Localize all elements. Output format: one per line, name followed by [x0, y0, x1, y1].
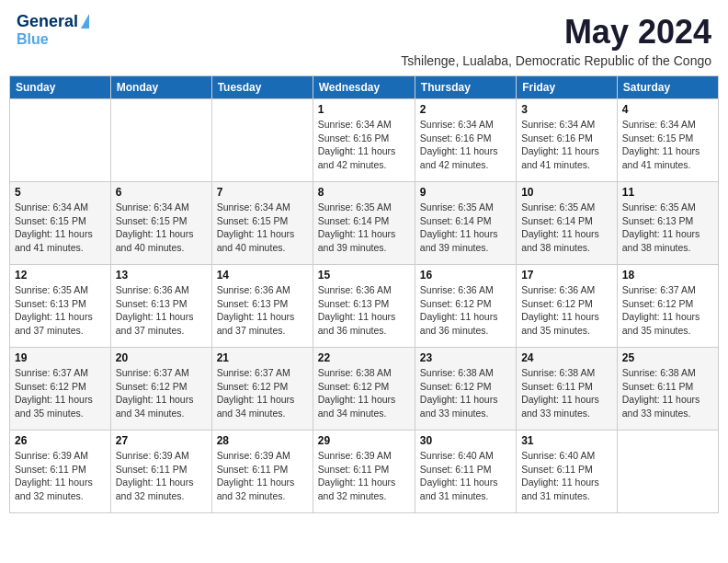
calendar-week-row: 1Sunrise: 6:34 AMSunset: 6:16 PMDaylight…: [10, 99, 719, 182]
day-number: 15: [318, 269, 410, 282]
day-number: 4: [622, 103, 713, 116]
day-number: 21: [217, 351, 308, 364]
day-number: 30: [420, 434, 511, 447]
calendar-cell: 11Sunrise: 6:35 AMSunset: 6:13 PMDayligh…: [617, 182, 718, 265]
calendar-cell: 2Sunrise: 6:34 AMSunset: 6:16 PMDaylight…: [415, 99, 516, 182]
day-info: Sunrise: 6:39 AMSunset: 6:11 PMDaylight:…: [318, 449, 410, 503]
day-info: Sunrise: 6:37 AMSunset: 6:12 PMDaylight:…: [622, 283, 713, 338]
day-info: Sunrise: 6:34 AMSunset: 6:15 PMDaylight:…: [217, 201, 308, 255]
day-number: 2: [420, 103, 511, 116]
calendar-cell: 31Sunrise: 6:40 AMSunset: 6:11 PMDayligh…: [517, 431, 618, 513]
day-info: Sunrise: 6:39 AMSunset: 6:11 PMDaylight:…: [116, 449, 207, 503]
calendar-cell: 13Sunrise: 6:36 AMSunset: 6:13 PMDayligh…: [110, 265, 211, 348]
day-number: 19: [15, 351, 106, 364]
calendar-cell: 19Sunrise: 6:37 AMSunset: 6:12 PMDayligh…: [10, 348, 111, 431]
day-number: 9: [420, 186, 511, 199]
day-info: Sunrise: 6:40 AMSunset: 6:11 PMDaylight:…: [521, 449, 612, 503]
calendar-cell: 24Sunrise: 6:38 AMSunset: 6:11 PMDayligh…: [517, 348, 618, 431]
day-info: Sunrise: 6:36 AMSunset: 6:13 PMDaylight:…: [318, 283, 410, 338]
calendar-table: SundayMondayTuesdayWednesdayThursdayFrid…: [9, 75, 719, 513]
day-number: 8: [318, 186, 410, 199]
calendar-day-header: Sunday: [10, 76, 111, 99]
day-number: 1: [318, 103, 410, 116]
calendar-cell: 18Sunrise: 6:37 AMSunset: 6:12 PMDayligh…: [617, 265, 718, 348]
calendar-cell: 14Sunrise: 6:36 AMSunset: 6:13 PMDayligh…: [211, 265, 313, 348]
calendar-cell: 17Sunrise: 6:36 AMSunset: 6:12 PMDayligh…: [517, 265, 618, 348]
calendar-day-header: Saturday: [617, 76, 718, 99]
calendar-cell: 23Sunrise: 6:38 AMSunset: 6:12 PMDayligh…: [415, 348, 516, 431]
logo-triangle-icon: [81, 14, 89, 29]
day-number: 16: [420, 269, 511, 282]
day-info: Sunrise: 6:38 AMSunset: 6:11 PMDaylight:…: [622, 366, 713, 420]
logo-text-blue: Blue: [17, 31, 49, 48]
calendar-cell: 30Sunrise: 6:40 AMSunset: 6:11 PMDayligh…: [415, 431, 516, 513]
day-number: 3: [521, 103, 612, 116]
day-number: 24: [521, 351, 612, 364]
calendar-cell: 25Sunrise: 6:38 AMSunset: 6:11 PMDayligh…: [617, 348, 718, 431]
calendar-cell: 26Sunrise: 6:39 AMSunset: 6:11 PMDayligh…: [10, 431, 111, 513]
calendar-cell: [10, 99, 111, 182]
calendar-cell: 21Sunrise: 6:37 AMSunset: 6:12 PMDayligh…: [211, 348, 313, 431]
calendar-cell: 4Sunrise: 6:34 AMSunset: 6:15 PMDaylight…: [617, 99, 718, 182]
calendar-cell: 6Sunrise: 6:34 AMSunset: 6:15 PMDaylight…: [110, 182, 211, 265]
day-info: Sunrise: 6:35 AMSunset: 6:14 PMDaylight:…: [318, 201, 410, 255]
day-number: 7: [217, 186, 308, 199]
day-number: 10: [521, 186, 612, 199]
calendar-day-header: Monday: [110, 76, 211, 99]
day-info: Sunrise: 6:34 AMSunset: 6:15 PMDaylight:…: [15, 201, 106, 255]
day-info: Sunrise: 6:36 AMSunset: 6:12 PMDaylight:…: [521, 283, 612, 338]
logo: General Blue: [17, 13, 89, 47]
day-number: 20: [116, 351, 207, 364]
day-number: 25: [622, 351, 713, 364]
day-number: 27: [116, 434, 207, 447]
day-info: Sunrise: 6:36 AMSunset: 6:13 PMDaylight:…: [217, 283, 308, 338]
day-info: Sunrise: 6:38 AMSunset: 6:12 PMDaylight:…: [318, 366, 410, 420]
day-info: Sunrise: 6:37 AMSunset: 6:12 PMDaylight:…: [116, 366, 207, 420]
month-year-title: May 2024: [401, 13, 711, 52]
calendar-cell: 20Sunrise: 6:37 AMSunset: 6:12 PMDayligh…: [110, 348, 211, 431]
day-info: Sunrise: 6:37 AMSunset: 6:12 PMDaylight:…: [15, 366, 106, 420]
day-info: Sunrise: 6:35 AMSunset: 6:14 PMDaylight:…: [521, 201, 612, 255]
page-header: General Blue May 2024 Tshilenge, Lualaba…: [9, 9, 719, 72]
calendar-cell: 10Sunrise: 6:35 AMSunset: 6:14 PMDayligh…: [517, 182, 618, 265]
day-number: 22: [318, 351, 410, 364]
calendar-cell: 1Sunrise: 6:34 AMSunset: 6:16 PMDaylight…: [313, 99, 415, 182]
day-info: Sunrise: 6:35 AMSunset: 6:13 PMDaylight:…: [622, 201, 713, 255]
calendar-cell: 5Sunrise: 6:34 AMSunset: 6:15 PMDaylight…: [10, 182, 111, 265]
day-info: Sunrise: 6:38 AMSunset: 6:11 PMDaylight:…: [521, 366, 612, 420]
day-info: Sunrise: 6:34 AMSunset: 6:15 PMDaylight:…: [622, 118, 713, 172]
day-info: Sunrise: 6:39 AMSunset: 6:11 PMDaylight:…: [217, 449, 308, 503]
calendar-cell: 27Sunrise: 6:39 AMSunset: 6:11 PMDayligh…: [110, 431, 211, 513]
calendar-day-header: Wednesday: [313, 76, 415, 99]
calendar-week-row: 26Sunrise: 6:39 AMSunset: 6:11 PMDayligh…: [10, 431, 719, 513]
day-number: 13: [116, 269, 207, 282]
calendar-week-row: 12Sunrise: 6:35 AMSunset: 6:13 PMDayligh…: [10, 265, 719, 348]
calendar-cell: [617, 431, 718, 513]
calendar-cell: 15Sunrise: 6:36 AMSunset: 6:13 PMDayligh…: [313, 265, 415, 348]
day-info: Sunrise: 6:40 AMSunset: 6:11 PMDaylight:…: [420, 449, 511, 503]
calendar-cell: 9Sunrise: 6:35 AMSunset: 6:14 PMDaylight…: [415, 182, 516, 265]
calendar-cell: 12Sunrise: 6:35 AMSunset: 6:13 PMDayligh…: [10, 265, 111, 348]
day-number: 11: [622, 186, 713, 199]
day-info: Sunrise: 6:38 AMSunset: 6:12 PMDaylight:…: [420, 366, 511, 420]
day-info: Sunrise: 6:34 AMSunset: 6:16 PMDaylight:…: [521, 118, 612, 172]
day-number: 26: [15, 434, 106, 447]
calendar-day-header: Tuesday: [211, 76, 313, 99]
calendar-cell: [211, 99, 313, 182]
calendar-cell: 22Sunrise: 6:38 AMSunset: 6:12 PMDayligh…: [313, 348, 415, 431]
day-info: Sunrise: 6:34 AMSunset: 6:15 PMDaylight:…: [116, 201, 207, 255]
day-number: 12: [15, 269, 106, 282]
day-info: Sunrise: 6:39 AMSunset: 6:11 PMDaylight:…: [15, 449, 106, 503]
day-number: 17: [521, 269, 612, 282]
calendar-cell: 7Sunrise: 6:34 AMSunset: 6:15 PMDaylight…: [211, 182, 313, 265]
day-number: 14: [217, 269, 308, 282]
calendar-day-header: Thursday: [415, 76, 516, 99]
calendar-cell: 8Sunrise: 6:35 AMSunset: 6:14 PMDaylight…: [313, 182, 415, 265]
day-number: 6: [116, 186, 207, 199]
calendar-header-row: SundayMondayTuesdayWednesdayThursdayFrid…: [10, 76, 719, 99]
calendar-cell: 16Sunrise: 6:36 AMSunset: 6:12 PMDayligh…: [415, 265, 516, 348]
day-number: 29: [318, 434, 410, 447]
day-info: Sunrise: 6:36 AMSunset: 6:12 PMDaylight:…: [420, 283, 511, 338]
day-number: 31: [521, 434, 612, 447]
day-number: 23: [420, 351, 511, 364]
